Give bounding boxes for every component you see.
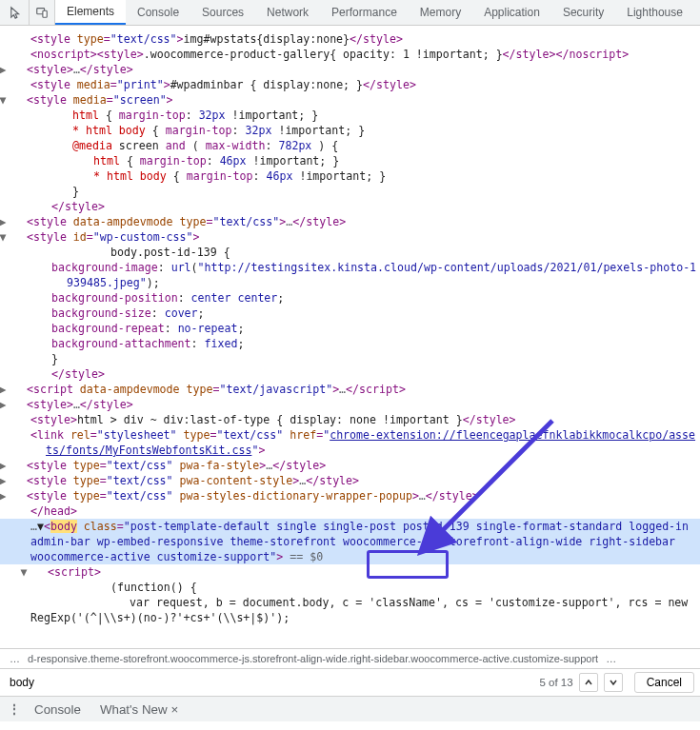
tab-application[interactable]: Application	[472, 0, 551, 25]
find-next-button[interactable]	[604, 673, 623, 692]
tab-security[interactable]: Security	[551, 0, 615, 25]
dom-node[interactable]: ▶<style type="text/css" pwa-content-styl…	[0, 473, 700, 488]
chevron-right-icon[interactable]: ▶	[13, 458, 25, 473]
dom-node[interactable]: ▼<script>	[0, 564, 700, 580]
dom-node-body-selected[interactable]: …▼<body class="post-template-default sin…	[0, 519, 700, 564]
dom-node[interactable]: ▶<script data-ampdevmode type="text/java…	[0, 382, 700, 397]
find-count: 5 of 13	[539, 677, 572, 688]
dom-node[interactable]: ▶<style>…</style>	[0, 397, 700, 412]
chevron-right-icon[interactable]: ▶	[13, 62, 25, 77]
chevron-down-icon[interactable]: ▼	[37, 520, 44, 533]
dom-node[interactable]: ▶<style data-ampdevmode type="text/css">…	[0, 214, 700, 229]
chevron-right-icon[interactable]: ▶	[13, 397, 25, 412]
dom-node[interactable]: <style>html > div ~ div:last-of-type { d…	[0, 412, 700, 427]
css-decl: background-position: center center;	[0, 290, 700, 306]
elements-dom-tree[interactable]: <style type="text/css">img#wpstats{displ…	[0, 26, 700, 649]
css-decl: background-image: url("http://testingsit…	[0, 260, 700, 290]
css-media: @media screen and ( max-width: 782px ) {	[0, 138, 700, 153]
dom-node[interactable]: ▼<style media="screen">	[0, 92, 700, 108]
css-rule: body.post-id-139 {	[0, 245, 700, 260]
chevron-down-icon[interactable]: ▼	[13, 229, 25, 245]
chevron-right-icon[interactable]: ▶	[13, 382, 25, 397]
css-brace: }	[0, 351, 700, 366]
drawer-tab-console[interactable]: Console	[25, 700, 90, 720]
css-decl: background-size: cover;	[0, 306, 700, 321]
css-decl: background-repeat: no-repeat;	[0, 321, 700, 336]
css-decl: background-attachment: fixed;	[0, 336, 700, 351]
breadcrumb-item[interactable]: d-responsive.theme-storefront.woocommerc…	[24, 653, 602, 664]
device-toggle-icon[interactable]	[30, 0, 55, 25]
devtools-toolbar: Elements Console Sources Network Perform…	[0, 0, 700, 26]
dom-node[interactable]: <link rel="stylesheet" type="text/css" h…	[0, 427, 700, 458]
dom-node[interactable]: ▶<style type="text/css" pwa-fa-style>…</…	[0, 458, 700, 473]
dom-node-close: </style>	[0, 199, 700, 214]
chevron-right-icon[interactable]: ▶	[13, 473, 25, 488]
tab-network[interactable]: Network	[255, 0, 320, 25]
svg-rect-1	[43, 10, 47, 17]
breadcrumb-ellipsis[interactable]: …	[602, 653, 620, 664]
chevron-right-icon[interactable]: ▶	[13, 214, 25, 229]
css-rule: * html body { margin-top: 46px !importan…	[0, 168, 700, 184]
close-icon[interactable]: ×	[171, 702, 179, 717]
drawer-toolbar: ⋮ Console What's New×	[0, 697, 700, 721]
js-text: RegExp('(^|\\s+)(no-)?'+cs+'(\\s+|$)');	[0, 610, 700, 625]
inspect-icon[interactable]	[4, 0, 30, 25]
elements-breadcrumb[interactable]: … d-responsive.theme-storefront.woocomme…	[0, 649, 700, 669]
tab-sources[interactable]: Sources	[190, 0, 255, 25]
find-bar: 5 of 13 Cancel	[0, 669, 700, 697]
dom-node[interactable]: <style media="print">#wpadminbar { displ…	[0, 77, 700, 92]
js-text: (function() {	[0, 580, 700, 595]
tab-memory[interactable]: Memory	[409, 0, 472, 25]
find-prev-button[interactable]	[579, 673, 598, 692]
chevron-right-icon[interactable]: ▶	[13, 488, 25, 503]
js-text: var request, b = document.body, c = 'cla…	[0, 595, 700, 610]
find-cancel-button[interactable]: Cancel	[634, 672, 694, 693]
dom-node-close: </style>	[0, 366, 700, 382]
find-input[interactable]	[6, 672, 533, 693]
chevron-down-icon[interactable]: ▼	[13, 92, 25, 108]
css-rule: * html body { margin-top: 32px !importan…	[0, 123, 700, 138]
css-rule: html { margin-top: 32px !important; }	[0, 108, 700, 123]
breadcrumb-ellipsis[interactable]: …	[6, 653, 24, 664]
dom-node[interactable]: ▼<style id="wp-custom-css">	[0, 229, 700, 245]
dom-node[interactable]: ▶<style type="text/css" pwa-styles-dicti…	[0, 488, 700, 503]
tab-performance[interactable]: Performance	[320, 0, 409, 25]
dom-node[interactable]: ▶<style>…</style>	[0, 62, 700, 77]
tab-elements[interactable]: Elements	[55, 0, 126, 25]
tab-console[interactable]: Console	[126, 0, 190, 25]
dom-node-close: </head>	[0, 503, 700, 519]
css-rule: html { margin-top: 46px !important; }	[0, 153, 700, 168]
tab-lighthouse[interactable]: Lighthouse	[615, 0, 694, 25]
drawer-tab-whatsnew[interactable]: What's New×	[90, 700, 188, 720]
dom-node[interactable]: <style type="text/css">img#wpstats{displ…	[0, 31, 700, 47]
drawer-menu-icon[interactable]: ⋮	[4, 702, 25, 716]
dom-node[interactable]: <noscript><style>.woocommerce-product-ga…	[0, 47, 700, 62]
css-brace: }	[0, 184, 700, 199]
chevron-down-icon[interactable]: ▼	[34, 564, 46, 580]
